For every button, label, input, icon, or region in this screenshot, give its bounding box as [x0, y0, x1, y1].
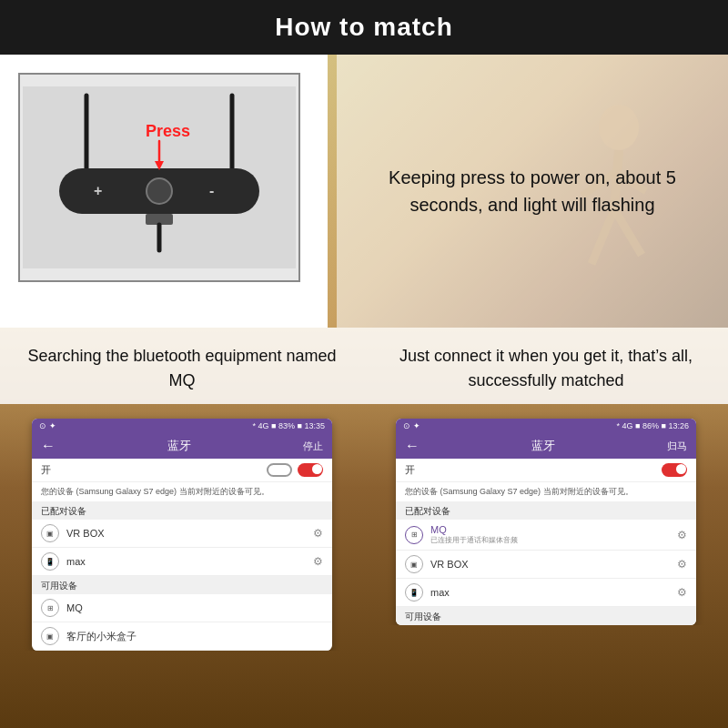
top-section: + - Press	[0, 55, 728, 328]
device-name-vrbox-right: VR BOX	[430, 559, 677, 570]
toggle-on-right[interactable]	[662, 463, 687, 477]
toggle-row-right: 开	[396, 459, 696, 482]
earphone-svg: + - Press	[23, 86, 296, 268]
device-icon-xiaomi: ▣	[41, 627, 59, 645]
bt-toggle-left[interactable]	[267, 463, 323, 477]
status-icons-left: ⊙ ✦	[39, 421, 56, 430]
svg-text:Press: Press	[146, 122, 190, 140]
toggle-label-left: 开	[41, 463, 267, 477]
device-name-max: max	[66, 556, 313, 567]
earphone-box: + - Press	[18, 73, 300, 282]
mq-info: MQ 已连接用于通话和媒体音频	[430, 524, 677, 545]
device-icon-max-right: 📱	[405, 583, 423, 602]
paired-label-right: 已配对设备	[396, 501, 696, 520]
device-name-vrbox: VR BOX	[66, 528, 313, 539]
back-arrow-left[interactable]: ←	[41, 438, 56, 454]
gear-max[interactable]: ⚙	[313, 555, 323, 568]
earphone-image-area: + - Press	[0, 55, 328, 328]
phone-screen-right: ⊙ ✦ * 4G ■ 86% ■ 13:26 ← 蓝牙 归马 开 您的	[396, 419, 696, 625]
status-bar-right: ⊙ ✦ * 4G ■ 86% ■ 13:26	[396, 419, 696, 433]
searching-text-box: Searching the bluetooth equipment named …	[0, 328, 364, 404]
available-label-left: 可用设备	[32, 576, 332, 594]
bottom-right-panel: Just connect it when you get it, that’s …	[364, 328, 728, 728]
svg-text:+: +	[94, 183, 102, 198]
phone-screen-left: ⊙ ✦ * 4G ■ 83% ■ 13:35 ← 蓝牙 停止 开	[32, 419, 332, 651]
available-label-right: 可用设备	[396, 607, 696, 625]
toggle-on-left[interactable]	[298, 463, 323, 477]
status-info-left: * 4G ■ 83% ■ 13:35	[253, 421, 325, 430]
power-on-instruction: Keeping press to power on, about 5 secon…	[337, 146, 728, 237]
device-row-max-left: 📱 max ⚙	[32, 548, 332, 576]
device-icon-max: 📱	[41, 552, 59, 571]
device-name-xiaomi: 客厅的小米盒子	[66, 630, 323, 643]
bottom-left-panel: Searching the bluetooth equipment named …	[0, 328, 364, 728]
bottom-section: Searching the bluetooth equipment named …	[0, 328, 728, 728]
mq-subtitle: 已连接用于通话和媒体音频	[430, 535, 677, 545]
device-desc-right: 您的设备 (Samsung Galaxy S7 edge) 当前对附近的设备可见…	[396, 482, 696, 501]
paired-label-left: 已配对设备	[32, 501, 332, 520]
gear-mq-conn[interactable]: ⚙	[677, 529, 687, 541]
device-row-mq-connected: ⊞ MQ 已连接用于通话和媒体音频 ⚙	[396, 520, 696, 551]
device-name-mq-avail: MQ	[66, 602, 323, 613]
device-row-mq-available[interactable]: ⊞ MQ	[32, 594, 332, 622]
device-name-max-right: max	[430, 587, 677, 598]
svg-point-4	[147, 178, 172, 204]
top-right-text-area: Keeping press to power on, about 5 secon…	[337, 55, 728, 328]
phone-left-wrap: ⊙ ✦ * 4G ■ 83% ■ 13:35 ← 蓝牙 停止 开	[0, 411, 364, 651]
bt-toggle-right[interactable]	[662, 463, 687, 477]
bt-title-right: 蓝牙	[427, 438, 660, 454]
gear-vrbox[interactable]: ⚙	[313, 527, 323, 540]
device-row-xiaomi[interactable]: ▣ 客厅的小米盒子	[32, 622, 332, 651]
device-icon-vrbox-right: ▣	[405, 555, 423, 573]
gear-max-right[interactable]: ⚙	[677, 586, 687, 599]
status-info-right: * 4G ■ 86% ■ 13:26	[617, 421, 689, 430]
gear-vrbox-right[interactable]: ⚙	[677, 558, 687, 571]
page-header: How to match	[0, 0, 728, 55]
stop-btn-right[interactable]: 归马	[667, 440, 687, 453]
device-row-vrbox-right: ▣ VR BOX ⚙	[396, 551, 696, 579]
back-arrow-right[interactable]: ←	[405, 438, 420, 454]
device-icon-vrbox: ▣	[41, 524, 59, 542]
toggle-off-left[interactable]	[267, 463, 292, 477]
device-icon-mq-conn: ⊞	[405, 526, 423, 544]
status-icons-right: ⊙ ✦	[403, 421, 420, 430]
device-row-vrbox-left: ▣ VR BOX ⚙	[32, 520, 332, 548]
device-name-mq-conn: MQ	[430, 524, 677, 535]
searching-instruction: Searching the bluetooth equipment named …	[18, 344, 346, 393]
device-desc-left: 您的设备 (Samsung Galaxy S7 edge) 当前对附近的设备可见…	[32, 482, 332, 501]
stop-btn-left[interactable]: 停止	[303, 440, 323, 453]
bt-header-left: ← 蓝牙 停止	[32, 433, 332, 459]
toggle-row-left: 开	[32, 459, 332, 482]
toggle-label-right: 开	[405, 463, 662, 477]
bt-title-left: 蓝牙	[63, 438, 296, 454]
bt-header-right: ← 蓝牙 归马	[396, 433, 696, 459]
connect-text-box: Just connect it when you get it, that’s …	[364, 328, 728, 404]
status-bar-left: ⊙ ✦ * 4G ■ 83% ■ 13:35	[32, 419, 332, 433]
phone-right-wrap: ⊙ ✦ * 4G ■ 86% ■ 13:26 ← 蓝牙 归马 开 您的	[364, 411, 728, 625]
header-title: How to match	[275, 13, 453, 41]
device-row-max-right: 📱 max ⚙	[396, 579, 696, 607]
connect-instruction: Just connect it when you get it, that’s …	[382, 344, 710, 393]
device-icon-mq-avail: ⊞	[41, 599, 59, 617]
svg-text:-: -	[209, 183, 214, 198]
